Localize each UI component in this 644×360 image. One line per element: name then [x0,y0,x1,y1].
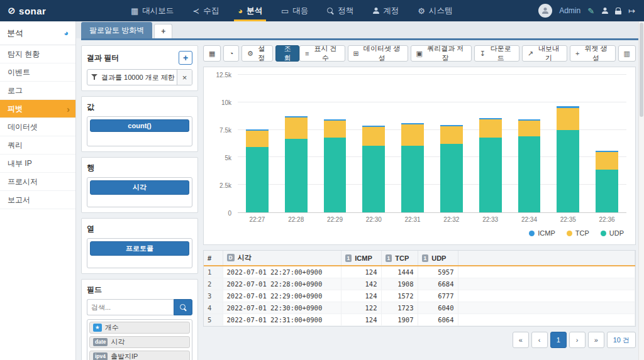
page-scrollbar[interactable] [638,21,644,360]
system-icon [418,7,425,15]
tab-paloalto-firewall[interactable]: 팔로알토 방화벽 [81,22,152,38]
table-row[interactable]: 52022-07-01 22:31:00+090012419076064 [204,314,635,326]
table-options-button[interactable] [618,45,636,62]
grid-view-button[interactable] [203,45,221,62]
page-button-page-1[interactable]: 1 [550,332,567,348]
nav-item-policy[interactable]: 정책 [318,0,363,21]
udp-segment [285,139,308,212]
user-name[interactable]: Admin [559,6,580,15]
sidebar-item-internal-ip[interactable]: 내부 IP [0,155,75,173]
settings-button[interactable]: 설정 [242,45,273,62]
chart-view-button[interactable] [223,45,239,62]
create-dataset-button[interactable]: 데이터셋 생성 [348,45,408,62]
legend-label: TCP [575,229,589,237]
legend-item-tcp[interactable]: TCP [567,229,589,237]
cell: 2022-07-01 22:30:00+0900 [223,302,341,314]
nav-item-system[interactable]: 시스템 [408,0,462,21]
sidebar-item-query[interactable]: 쿼리 [0,136,75,155]
bar-slot [432,75,471,212]
display-count-button[interactable]: 표시 건수 [299,45,345,62]
cell: 124 [341,266,381,278]
cell-empty [458,302,635,314]
sidebar-item-report[interactable]: 보고서 [0,191,75,209]
sidebar-item-label: 프로시저 [8,177,38,187]
page-button-first[interactable]: « [513,332,529,348]
field-search-input[interactable] [87,299,174,315]
nav-item-analysis[interactable]: 분석 [228,0,272,21]
table-row[interactable]: 32022-07-01 22:29:00+090012415726777 [204,290,635,302]
sidebar-item-detection-status[interactable]: 탐지 현황 [0,45,75,63]
stacked-bar-22:33[interactable] [479,75,502,212]
legend-item-udp[interactable]: UDP [601,229,624,237]
legend-dot [529,231,535,236]
value-pill[interactable]: count() [90,119,189,132]
page-size-button[interactable]: 10 건 [607,332,636,348]
table-row[interactable]: 22022-07-01 22:28:00+090014219086684 [204,278,635,290]
nav-item-response[interactable]: 대응 [272,0,318,21]
udp-segment [557,130,579,212]
col-header-udp[interactable]: 1UDP [418,251,458,266]
download-button[interactable]: 다운로드 [474,45,519,62]
col-header-icmp[interactable]: 1ICMP [341,251,381,266]
lock-button[interactable] [615,8,621,14]
save-query-result-button[interactable]: 쿼리결과 저장 [411,45,472,62]
field-item-src-ip[interactable]: ipv4출발지IP [89,351,190,360]
cell-empty [458,266,635,278]
profile-button[interactable] [601,8,608,14]
sidebar-item-log[interactable]: 로그 [0,82,75,100]
button-label: 표시 건수 [311,44,339,63]
stacked-bar-22:34[interactable] [518,75,541,212]
add-tab-button[interactable]: + [154,24,172,38]
stacked-bar-22:36[interactable] [596,75,618,212]
udp-segment [362,146,385,212]
col-header-time[interactable]: D시각 [223,251,341,266]
col-header-tcp[interactable]: 1TCP [381,251,418,266]
page-button-prev[interactable]: ‹ [531,332,548,348]
dataset-icon [353,50,359,57]
page-button-last[interactable]: » [588,332,604,348]
value-dropbox: count() [87,116,192,146]
sidebar-item-dataset[interactable]: 데이터셋 [0,118,75,136]
y-tick-label: 5k [225,155,231,161]
col-header-index[interactable]: # [204,251,223,266]
stacked-bar-22:35[interactable] [557,75,579,212]
sidebar-item-procedure[interactable]: 프로시저 [0,173,75,191]
stacked-bar-22:31[interactable] [401,75,424,212]
add-filter-button[interactable]: + [179,51,192,65]
table-row[interactable]: 12022-07-01 22:27:00+090012414445957 [204,266,635,278]
field-type-badge: date [93,338,108,346]
tcp-segment [401,124,424,145]
logout-button[interactable] [628,7,635,15]
filter-chip[interactable]: 결과를 10000 개로 제한 × [87,69,192,85]
sidebar-item-pivot[interactable]: 피벗 [0,100,75,118]
row-pill[interactable]: 시각 [90,180,189,195]
stacked-bar-22:28[interactable] [285,75,308,212]
nav-item-account[interactable]: 계정 [363,0,408,21]
stacked-bar-22:30[interactable] [362,75,385,212]
sidebar-item-event[interactable]: 이벤트 [0,63,75,82]
legend-item-icmp[interactable]: ICMP [529,229,555,237]
remove-filter-button[interactable]: × [177,70,192,85]
nav-item-dashboard[interactable]: 대시보드 [121,0,183,21]
stacked-bar-22:32[interactable] [440,75,463,212]
page-button-next[interactable]: › [569,332,586,348]
stacked-bar-22:27[interactable] [246,75,269,212]
legend-label: UDP [609,229,624,237]
export-button[interactable]: 내보내기 [522,45,567,62]
create-widget-button[interactable]: 위젯 생성 [570,45,616,62]
field-item-time[interactable]: date시각 [89,336,190,348]
edit-button[interactable] [587,7,594,15]
result-table-wrap: #D시각1ICMP1TCP1UDP 12022-07-01 22:27:00+0… [203,250,636,327]
stacked-bar-22:29[interactable] [324,75,347,212]
tcp-segment [285,117,308,138]
nav-item-collect[interactable]: 수집 [183,0,228,21]
user-avatar[interactable] [538,4,552,18]
page-scrollbar-thumb[interactable] [640,23,643,117]
field-search-button[interactable] [174,299,192,315]
field-list[interactable]: ★개수date시각ipv4출발지IPint출발지포트ipv4목적지IP [87,319,192,360]
search-button[interactable]: 조회 [275,45,299,62]
column-pill[interactable]: 프로토콜 [90,241,189,256]
field-item-count[interactable]: ★개수 [89,322,190,334]
table-row[interactable]: 42022-07-01 22:30:00+090012217236040 [204,302,635,314]
app-logo[interactable]: ⊘sonar [0,5,76,16]
